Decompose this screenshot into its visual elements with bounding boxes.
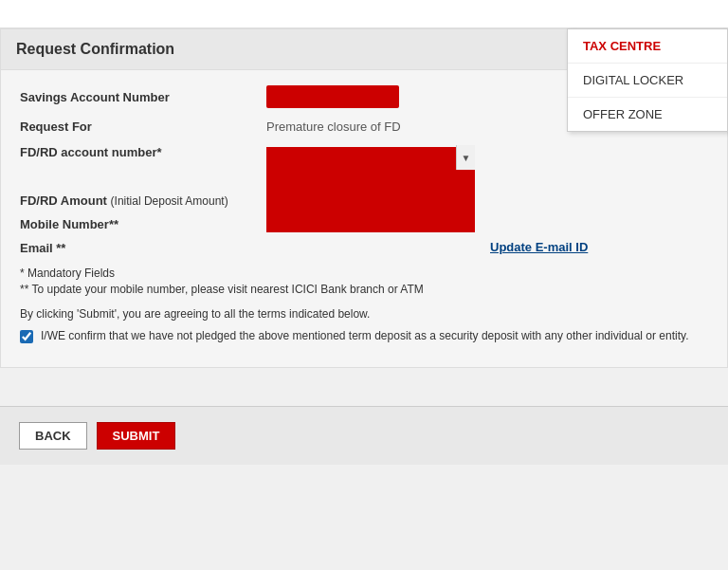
terms-intro-text: By clicking 'Submit', you are agreeing t… <box>20 307 708 321</box>
fd-account-select-wrapper: ▼ <box>266 145 475 232</box>
dropdown-item-tax-centre[interactable]: TAX CENTRE <box>568 29 727 64</box>
confirm-checkbox-label: I/WE confirm that we have not pledged th… <box>41 328 688 344</box>
dropdown-item-digital-locker[interactable]: DIGITAL LOCKER <box>568 64 727 98</box>
note-mobile: ** To update your mobile number, please … <box>20 283 708 296</box>
note-mandatory: * Mandatory Fields <box>20 267 708 280</box>
dropdown-item-offer-zone[interactable]: OFFER ZONE <box>568 98 727 131</box>
confirm-checkbox-row: I/WE confirm that we have not pledged th… <box>20 328 708 344</box>
confirm-checkbox[interactable] <box>20 330 33 343</box>
savings-account-redacted <box>266 85 399 108</box>
fd-fields-redacted <box>266 147 475 232</box>
dropdown-menu: TAX CENTRE DIGITAL LOCKER OFFER ZONE <box>567 28 728 132</box>
update-email-link[interactable]: Update E-mail ID <box>490 240 588 254</box>
request-for-label: Request For <box>20 120 266 134</box>
notes-section: * Mandatory Fields ** To update your mob… <box>20 267 708 296</box>
fd-amount-label: FD/RD Amount (Initial Deposit Amount) <box>20 193 266 208</box>
submit-button[interactable]: SUBMIT <box>97 422 176 450</box>
select-arrow-icon[interactable]: ▼ <box>456 145 475 170</box>
fd-account-label: FD/RD account number* <box>20 145 266 159</box>
email-label: Email ** <box>20 241 266 255</box>
fd-fields-row: FD/RD account number* FD/RD Amount (Init… <box>20 145 708 255</box>
top-navigation: TAX CENTRE DIGITAL LOCKER OFFER ZONE <box>0 0 728 28</box>
savings-account-label: Savings Account Number <box>20 90 266 104</box>
terms-section: By clicking 'Submit', you are agreeing t… <box>20 307 708 344</box>
footer-bar: BACK SUBMIT <box>0 406 728 465</box>
mobile-label: Mobile Number** <box>20 217 266 231</box>
back-button[interactable]: BACK <box>19 422 87 450</box>
